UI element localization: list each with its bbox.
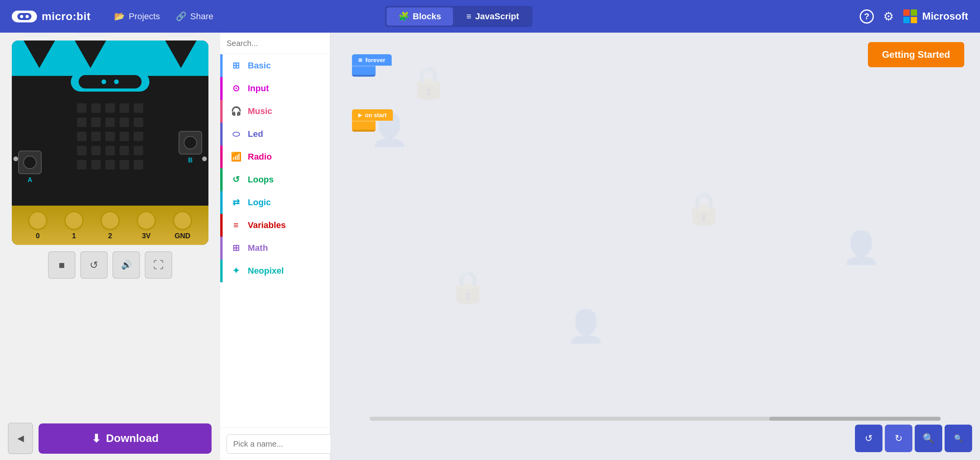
h-scrollbar[interactable]: [370, 417, 941, 421]
category-loops[interactable]: ↺ Loops: [220, 168, 330, 191]
pin-2-label: 2: [108, 232, 112, 240]
button-b-group: B: [179, 131, 202, 164]
basic-icon: ⊞: [230, 61, 241, 71]
led-1-1: [91, 118, 101, 127]
led-3-4: [134, 146, 143, 155]
ms-sq-red: [903, 9, 910, 16]
logic-label: Logic: [248, 197, 271, 208]
ms-sq-blue: [903, 17, 910, 23]
block-on-start-container[interactable]: ▶ on start: [352, 109, 393, 132]
category-led[interactable]: ⬭ Led: [220, 123, 330, 145]
pin-2-circle[interactable]: [100, 211, 120, 230]
input-label: Input: [248, 83, 269, 94]
bottom-bar: ◀ ⬇ Download: [0, 417, 220, 460]
category-variables[interactable]: ≡ Variables: [220, 214, 330, 237]
button-b-label: B: [188, 157, 193, 164]
neopixel-icon: ✦: [230, 266, 241, 276]
nav-projects-label: Projects: [129, 11, 160, 22]
pin-3v-circle[interactable]: [136, 211, 156, 230]
music-icon: 🎧: [230, 106, 241, 116]
search-input[interactable]: [227, 39, 326, 48]
zoom-in-icon: 🔍: [923, 433, 934, 444]
button-a-label: A: [28, 177, 32, 184]
download-icon: ⬇: [92, 432, 101, 445]
led-2-4: [134, 132, 143, 141]
sound-button[interactable]: 🔊: [112, 251, 140, 279]
header: micro:bit 📂 Projects 🔗 Share 🧩 Blocks ≡ …: [0, 0, 980, 33]
block-forever-shadow: [352, 75, 376, 77]
logic-icon: ⇄: [230, 197, 241, 208]
logo-icon-inner: [17, 13, 31, 20]
nav-projects[interactable]: 📂 Projects: [114, 11, 160, 22]
led-0-4: [134, 103, 143, 113]
redo-button[interactable]: ↻: [885, 425, 912, 452]
restart-button[interactable]: ↺: [80, 251, 108, 279]
led-3-2: [105, 146, 115, 155]
zoom-out-button[interactable]: 🔍: [945, 425, 972, 452]
button-a[interactable]: [18, 151, 42, 174]
block-on-start[interactable]: ▶ on start: [352, 109, 393, 132]
nav-share[interactable]: 🔗 Share: [176, 11, 214, 22]
pin-1-circle[interactable]: [64, 211, 84, 230]
zoom-in-button[interactable]: 🔍: [915, 425, 942, 452]
led-0-0: [77, 103, 87, 113]
tab-blocks-label: Blocks: [413, 11, 441, 22]
side-dot-right: [202, 156, 207, 161]
bg-pattern-5: 🔒: [684, 190, 724, 227]
undo-button[interactable]: ↺: [855, 425, 882, 452]
category-basic[interactable]: ⊞ Basic: [220, 54, 330, 77]
on-start-icon: ▶: [358, 112, 362, 118]
notch-right: [165, 40, 197, 68]
bg-pattern-1: 🔒: [409, 64, 448, 101]
block-forever-container[interactable]: ⊞ forever: [352, 54, 392, 77]
category-input[interactable]: ⊙ Input: [220, 77, 330, 100]
logo-area[interactable]: micro:bit: [12, 10, 90, 23]
led-2-0: [77, 132, 87, 141]
toolbox-list: ⊞ Basic ⊙ Input 🎧 Music ⬭ Led 📶 Radio ↺: [220, 54, 330, 427]
led-4-3: [120, 160, 129, 169]
search-bar: 🔍: [220, 33, 330, 54]
math-label: Math: [248, 243, 268, 253]
ms-sq-yellow: [911, 17, 917, 23]
settings-button[interactable]: ⚙: [883, 9, 894, 23]
project-name-input[interactable]: [227, 434, 339, 454]
getting-started-button[interactable]: Getting Started: [868, 42, 964, 67]
help-button[interactable]: ?: [860, 9, 874, 24]
h-scrollbar-thumb[interactable]: [769, 417, 941, 421]
main-content: A B 0 1: [0, 33, 980, 460]
block-forever-body: [352, 66, 376, 77]
bg-pattern-4: 👤: [566, 308, 606, 345]
pin-gnd-label: GND: [175, 232, 190, 240]
category-radio[interactable]: 📶 Radio: [220, 145, 330, 168]
download-label: Download: [106, 432, 159, 445]
download-button[interactable]: ⬇ Download: [39, 423, 212, 454]
tab-javascript[interactable]: ≡ JavaScript: [455, 7, 531, 26]
pin-0-circle[interactable]: [28, 211, 48, 230]
block-forever[interactable]: ⊞ forever: [352, 54, 392, 77]
pin-2: 2: [100, 211, 120, 240]
led-4-4: [134, 160, 143, 169]
category-math[interactable]: ⊞ Math: [220, 237, 330, 259]
js-icon: ≡: [466, 11, 472, 22]
category-neopixel[interactable]: ✦ Neopixel: [220, 259, 330, 282]
button-b[interactable]: [179, 131, 202, 155]
category-music[interactable]: 🎧 Music: [220, 100, 330, 123]
category-logic[interactable]: ⇄ Logic: [220, 191, 330, 214]
pin-gnd-circle[interactable]: [173, 211, 192, 230]
pin-1: 1: [64, 211, 84, 240]
led-1-2: [105, 118, 115, 127]
fullscreen-button[interactable]: ⛶: [145, 251, 172, 279]
stop-button[interactable]: ■: [48, 251, 76, 279]
led-0-3: [120, 103, 129, 113]
led-1-3: [120, 118, 129, 127]
zoom-out-icon: 🔍: [954, 434, 963, 443]
logo-icon: [12, 11, 37, 22]
led-2-1: [91, 132, 101, 141]
block-on-start-header: ▶ on start: [352, 109, 393, 121]
nav-share-label: Share: [190, 11, 214, 22]
radio-label: Radio: [248, 152, 272, 162]
forever-label: forever: [365, 57, 385, 63]
logo-text: micro:bit: [42, 10, 90, 23]
collapse-button[interactable]: ◀: [8, 423, 33, 454]
tab-blocks[interactable]: 🧩 Blocks: [387, 7, 453, 26]
